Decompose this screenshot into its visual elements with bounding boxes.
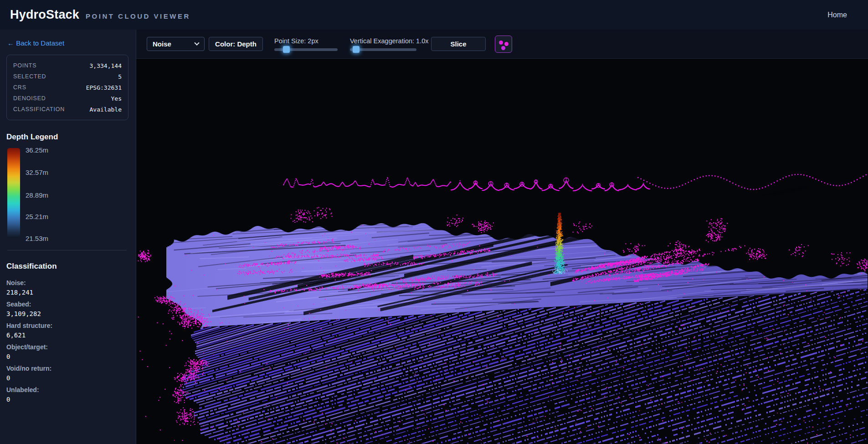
class-item-void: Void/no return: 0 <box>6 365 128 382</box>
class-item-unlabeled: Unlabeled: 0 <box>6 386 128 403</box>
point-size-label: Point Size: 2px <box>274 37 341 45</box>
depth-legend-ticks: 36.25m 32.57m 28.89m 25.21m 21.53m <box>26 148 57 238</box>
classification-list: Noise: 218,241 Seabed: 3,109,282 Hard st… <box>6 279 128 403</box>
vertical-exaggeration-control: Vertical Exaggeration: 1.0x <box>350 37 420 51</box>
class-item-object-target: Object/target: 0 <box>6 343 128 360</box>
legend-tick: 21.53m <box>26 235 48 242</box>
class-value: 0 <box>6 374 128 382</box>
class-label: Seabed: <box>6 301 128 308</box>
slice-button[interactable]: Slice <box>431 37 486 51</box>
app-subtitle: POINT CLOUD VIEWER <box>86 10 190 20</box>
color-mode-button[interactable]: Color: Depth <box>209 37 263 51</box>
noise-points-toggle-button[interactable] <box>495 36 512 53</box>
points-icon <box>501 46 505 50</box>
stats-row-denoised: DENOISED Yes <box>13 93 122 104</box>
stats-value: Available <box>90 106 122 113</box>
class-label: Noise: <box>6 279 128 286</box>
vertical-exaggeration-slider-thumb[interactable] <box>353 46 360 53</box>
stats-row-points: POINTS 3,334,144 <box>13 60 122 71</box>
stats-label: CLASSIFICATION <box>13 106 65 112</box>
back-to-dataset-link[interactable]: ← Back to Dataset <box>7 39 128 47</box>
legend-tick: 36.25m <box>26 146 48 153</box>
class-item-hard-structure: Hard structure: 6,621 <box>6 322 128 339</box>
nav-home-link[interactable]: Home <box>827 11 847 19</box>
class-label: Void/no return: <box>6 365 128 372</box>
stats-label: POINTS <box>13 62 36 69</box>
stats-value: 3,334,144 <box>90 62 122 69</box>
class-label: Hard structure: <box>6 322 128 329</box>
depth-gradient-bar <box>7 148 20 238</box>
sidebar: ← Back to Dataset POINTS 3,334,144 SELEC… <box>0 30 136 444</box>
point-cloud-canvas[interactable] <box>136 59 868 444</box>
sidebar-divider <box>7 250 127 250</box>
class-value: 218,241 <box>6 289 128 296</box>
class-item-noise: Noise: 218,241 <box>6 279 128 296</box>
main-area: Noise Color: Depth Point Size: 2px Verti… <box>136 30 868 444</box>
legend-tick: 32.57m <box>26 168 48 176</box>
stats-row-selected: SELECTED 5 <box>13 71 122 82</box>
depth-legend: 36.25m 32.57m 28.89m 25.21m 21.53m <box>6 148 128 238</box>
vertical-exaggeration-label: Vertical Exaggeration: 1.0x <box>350 37 420 45</box>
class-value: 0 <box>6 353 128 360</box>
points-icon <box>504 42 508 46</box>
legend-tick: 25.21m <box>26 213 48 220</box>
stats-value: Yes <box>111 95 122 102</box>
point-size-slider-thumb[interactable] <box>283 46 290 53</box>
app-header: HydroStack POINT CLOUD VIEWER Home <box>0 0 868 30</box>
stats-label: DENOISED <box>13 95 46 102</box>
stats-value: EPSG:32631 <box>86 84 122 91</box>
stats-row-crs: CRS EPSG:32631 <box>13 82 122 93</box>
class-value: 6,621 <box>6 332 128 339</box>
classification-section: Classification Noise: 218,241 Seabed: 3,… <box>6 262 128 403</box>
class-label: Object/target: <box>6 343 128 351</box>
stats-value: 5 <box>118 73 122 80</box>
stats-label: SELECTED <box>13 73 46 80</box>
viewer-toolbar: Noise Color: Depth Point Size: 2px Verti… <box>136 30 868 59</box>
class-value: 3,109,282 <box>6 310 128 317</box>
dataset-stats-panel: POINTS 3,334,144 SELECTED 5 CRS EPSG:326… <box>6 55 128 120</box>
point-size-control: Point Size: 2px <box>274 37 341 51</box>
class-filter-value: Noise <box>153 40 171 48</box>
class-filter-select[interactable]: Noise <box>147 37 205 51</box>
app-title: HydroStack <box>10 8 79 22</box>
stats-label: CRS <box>13 84 26 91</box>
point-cloud-viewport[interactable] <box>136 59 868 444</box>
class-label: Unlabeled: <box>6 386 128 393</box>
vertical-exaggeration-slider[interactable] <box>350 48 416 51</box>
stats-row-classification: CLASSIFICATION Available <box>13 104 122 115</box>
class-item-seabed: Seabed: 3,109,282 <box>6 301 128 317</box>
classification-title: Classification <box>6 262 128 271</box>
points-icon <box>499 41 503 45</box>
class-value: 0 <box>6 396 128 403</box>
point-size-slider[interactable] <box>274 48 338 51</box>
legend-tick: 28.89m <box>26 191 48 199</box>
depth-legend-title: Depth Legend <box>6 133 128 142</box>
chevron-down-icon <box>194 40 199 45</box>
